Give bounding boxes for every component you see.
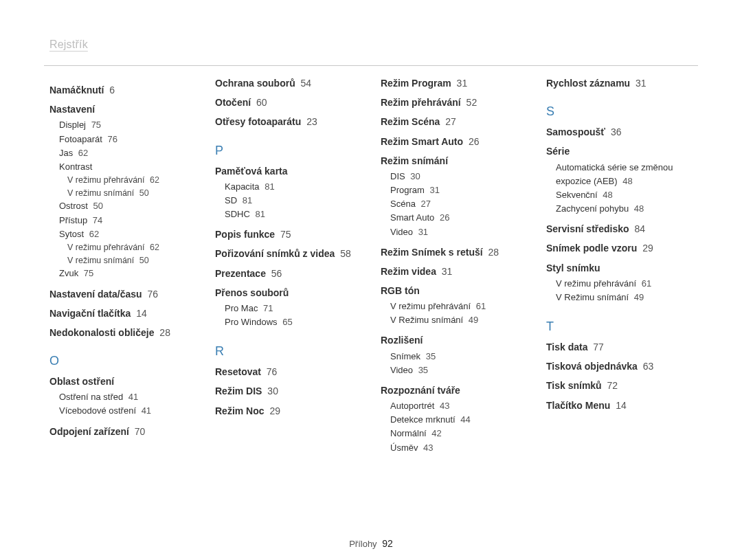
index-subentry: Video 35 — [390, 363, 527, 377]
index-subentry: Zvuk 75 — [59, 267, 196, 280]
entry-label: V režimu přehrávání — [67, 175, 145, 185]
entry-label: V Režimu snímání — [556, 292, 629, 302]
entry-label: Smart Auto — [390, 212, 434, 223]
entry-page: 65 — [280, 317, 293, 327]
entry-label: SD — [225, 195, 237, 205]
entry-page: 70 — [132, 426, 145, 437]
entry-page: 28 — [486, 247, 499, 258]
entry-page: 48 — [620, 176, 633, 186]
index-subentry: Normální 42 — [390, 427, 527, 440]
entry-label: Nedokonalosti obličeje — [49, 327, 154, 338]
entry-label: Vícebodové ostření — [59, 405, 136, 416]
entry-label: Režim přehrávání — [381, 97, 461, 108]
entry-page: 52 — [464, 97, 477, 108]
index-subentry: SD 81 — [225, 194, 361, 208]
index-subentry: Úsměv 43 — [390, 441, 527, 455]
entry-label: Samospoušť — [546, 126, 605, 137]
index-subentry: Jas 62 — [59, 146, 196, 160]
entry-page: 49 — [631, 292, 644, 302]
index-subentry: DIS 30 — [390, 170, 527, 183]
entry-label: Resetovat — [215, 366, 261, 377]
index-heading: Popis funkce 75 — [215, 228, 361, 240]
index-heading: Nastavení — [49, 103, 196, 115]
entry-page: 26 — [437, 212, 449, 223]
entry-page: 61 — [639, 278, 651, 289]
index-heading: Ochrana souborů 54 — [215, 77, 361, 89]
entry-page: 84 — [632, 223, 645, 234]
index-heading: Režim Smart Auto 26 — [381, 135, 527, 148]
entry-label: Snímek — [390, 351, 420, 361]
entry-page: 28 — [157, 327, 170, 338]
entry-page: 50 — [91, 201, 103, 211]
entry-page: 41 — [126, 392, 138, 402]
index-heading: Tlačítko Menu 14 — [546, 399, 693, 412]
index-subsubentry: V režimu snímání 50 — [67, 254, 196, 267]
entry-page: 35 — [416, 365, 428, 375]
entry-label: Režim DIS — [215, 385, 262, 396]
entry-label: V režimu přehrávání — [67, 243, 145, 252]
entry-page: 29 — [640, 243, 653, 254]
entry-page: 77 — [590, 341, 603, 352]
entry-label: V Režimu snímání — [390, 315, 463, 325]
entry-label: Oblast ostření — [49, 376, 114, 387]
index-subentry: V Režimu snímání 49 — [556, 291, 693, 304]
entry-label: Odpojení zařízení — [49, 426, 129, 437]
index-subentry: Autoportrét 43 — [390, 399, 527, 413]
index-heading: Prezentace 56 — [215, 267, 361, 280]
index-subsubentry: V režimu přehrávání 62 — [67, 241, 196, 254]
index-heading: Tisková objednávka 63 — [546, 360, 693, 372]
entry-label: Tisk snímků — [546, 380, 602, 391]
entry-page: 31 — [416, 227, 428, 237]
index-heading: Rozlišení — [381, 334, 527, 346]
index-subentry: Ostrost 50 — [59, 199, 196, 213]
entry-label: Režim Snímek s retuší — [381, 247, 483, 258]
index-heading: Styl snímku — [546, 262, 693, 274]
entry-label: Nastavení — [49, 104, 95, 115]
entry-page: 63 — [640, 361, 653, 372]
index-subentry: Video 31 — [390, 225, 527, 239]
entry-page: 6 — [106, 85, 115, 96]
entry-page: 31 — [427, 185, 440, 195]
entry-page: 62 — [148, 175, 159, 185]
entry-label: Přenos souborů — [215, 287, 289, 298]
entry-page: 31 — [633, 78, 646, 89]
index-heading: Režim DIS 30 — [215, 385, 361, 397]
index-subentry: Smart Auto 26 — [390, 211, 527, 225]
entry-page: 74 — [90, 215, 102, 225]
entry-page: 27 — [418, 199, 431, 209]
index-page: Rejstřík Namáčknutí 6NastaveníDisplej 75… — [0, 0, 742, 560]
entry-label: Paměťová karta — [215, 166, 288, 177]
index-subentry: Pro Mac 71 — [225, 302, 361, 315]
entry-label: Popis funkce — [215, 229, 275, 240]
index-subentry: Program 31 — [390, 183, 527, 197]
index-subentry: Automatická série se změnou expozice (AE… — [556, 161, 693, 188]
entry-label: Ochrana souborů — [215, 78, 295, 89]
entry-label: Pro Mac — [225, 303, 258, 313]
index-heading: Režim snímání — [381, 155, 527, 167]
entry-page: 44 — [458, 414, 471, 425]
footer-page-number: 92 — [382, 538, 393, 549]
index-heading: Navigační tlačítka 14 — [49, 307, 196, 320]
entry-label: Pro Windows — [225, 317, 278, 327]
entry-label: Styl snímku — [546, 262, 600, 273]
entry-label: Zvuk — [59, 268, 78, 278]
index-heading: Odpojení zařízení 70 — [49, 425, 196, 438]
index-letter: S — [546, 104, 693, 119]
entry-label: DIS — [390, 171, 405, 181]
index-heading: Rozpoznání tváře — [381, 384, 527, 396]
index-subsubentry: V režimu přehrávání 62 — [67, 174, 196, 187]
entry-label: Servisní středisko — [546, 223, 629, 234]
index-subentry: Fotoaparát 76 — [59, 133, 196, 146]
entry-page: 75 — [89, 120, 101, 130]
entry-label: Nastavení data/času — [49, 289, 142, 300]
entry-page: 31 — [439, 266, 452, 277]
index-heading: Režim přehrávání 52 — [381, 96, 527, 109]
entry-label: Namáčknutí — [49, 85, 104, 96]
entry-page: 30 — [265, 385, 278, 396]
index-heading: Resetovat 76 — [215, 366, 361, 378]
index-letter: T — [546, 320, 693, 334]
entry-label: Režim Noc — [215, 405, 265, 416]
entry-label: Autoportrét — [390, 401, 434, 411]
entry-label: Normální — [390, 428, 427, 438]
entry-page: 76 — [105, 134, 117, 144]
